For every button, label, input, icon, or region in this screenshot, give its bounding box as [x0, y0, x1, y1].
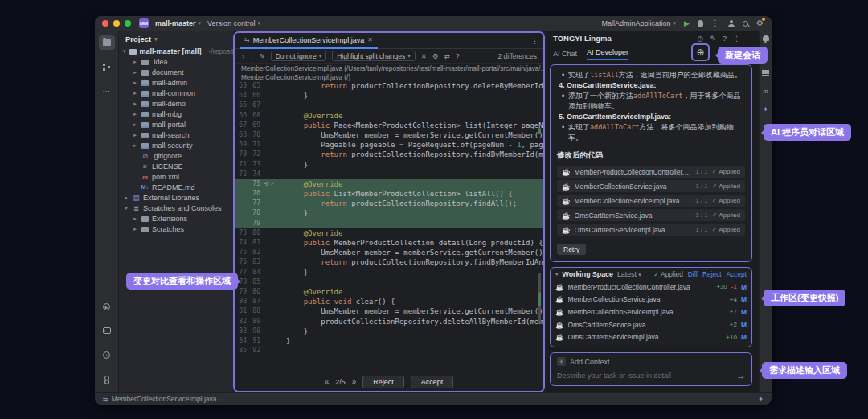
accept-change-icon[interactable]: ✓: [271, 180, 276, 187]
revert-change-icon[interactable]: ⟲: [264, 180, 271, 187]
workspace-file-row[interactable]: ☕OmsCartItemServiceImpl.java+10M: [551, 331, 751, 343]
tree-chevron-icon[interactable]: ▸: [132, 132, 138, 138]
add-context-button[interactable]: + Add Context: [557, 357, 745, 366]
database-tool-icon[interactable]: [762, 70, 769, 76]
help-icon[interactable]: ?: [723, 35, 727, 43]
lingma-tool-icon[interactable]: ✦: [763, 105, 769, 113]
workspace-file-row[interactable]: ☕OmsCartItemService.java+2M: [551, 318, 751, 331]
maven-tool-icon[interactable]: m: [763, 87, 768, 95]
debug-button-icon[interactable]: [698, 20, 703, 27]
chat-file-row[interactable]: ☕OmsCartItemServiceImpl.java1 / 1✓ Appli…: [557, 224, 745, 236]
reject-button[interactable]: Reject: [362, 376, 404, 388]
run-configuration-selector[interactable]: MallAdminApplication▾: [602, 19, 677, 27]
tab-ai-chat[interactable]: AI Chat: [553, 50, 577, 58]
tree-item[interactable]: ▸mall-admin: [119, 77, 233, 88]
ignore-policy-dropdown[interactable]: Do not ignore▾: [271, 51, 327, 61]
next-difference-icon[interactable]: ↓: [250, 52, 253, 60]
workspace-file-row[interactable]: ☕MemberProductCollectionController.java+…: [551, 281, 751, 294]
tree-chevron-icon[interactable]: ▸: [132, 101, 138, 107]
more-actions-icon[interactable]: ⋮: [711, 19, 719, 27]
tree-item[interactable]: ≡LICENSE: [119, 161, 233, 171]
tree-item[interactable]: ▸mall-security: [119, 140, 233, 150]
tree-chevron-icon[interactable]: ▸: [132, 216, 138, 222]
git-tool-button[interactable]: [99, 372, 115, 386]
workspace-file-row[interactable]: ☕MemberCollectionServiceImpl.java+7M: [551, 306, 751, 318]
new-session-button[interactable]: ⊕: [691, 43, 710, 61]
tree-chevron-icon[interactable]: ▸: [132, 121, 138, 128]
tree-chevron-icon[interactable]: ▸: [132, 142, 138, 149]
send-icon[interactable]: →: [736, 371, 745, 380]
version-control-menu[interactable]: Version control▾: [207, 19, 260, 27]
editor-tab[interactable]: ⇆ MemberCollectionServiceImpl.java ✕: [240, 33, 378, 49]
tree-item[interactable]: ▾mall-master [mall]~/repositories: [119, 46, 233, 56]
highlight-policy-dropdown[interactable]: Highlight split changes▾: [332, 51, 416, 61]
accept-button[interactable]: Accept: [411, 376, 454, 388]
chat-file-row[interactable]: ☕MemberCollectionServiceImpl.java1 / 1✓ …: [557, 195, 745, 207]
tree-item[interactable]: ▸▤External Libraries: [119, 192, 233, 203]
more-tools-button[interactable]: ⋯: [99, 84, 115, 98]
more-options-icon[interactable]: ⋮: [733, 35, 740, 43]
history-icon[interactable]: ◷: [698, 35, 704, 43]
collapse-icon[interactable]: ✕: [421, 52, 427, 60]
tree-item[interactable]: ▸mall-portal: [119, 119, 233, 129]
notifications-icon[interactable]: [763, 35, 769, 41]
tree-chevron-icon[interactable]: ▾: [123, 205, 129, 212]
accept-link[interactable]: Accept: [727, 270, 747, 278]
diff-settings-gear-icon[interactable]: ⚙: [432, 52, 439, 60]
project-panel-header[interactable]: Project▾: [119, 31, 233, 46]
window-controls[interactable]: [102, 20, 131, 27]
project-tool-button[interactable]: [99, 35, 115, 50]
problems-tool-button[interactable]: !: [99, 347, 115, 362]
help-icon[interactable]: ?: [456, 52, 460, 60]
task-input-placeholder[interactable]: Describe your task or issue in detail: [557, 372, 671, 380]
minimize-window-button[interactable]: [113, 20, 120, 27]
minimize-panel-icon[interactable]: —: [747, 35, 754, 43]
tree-chevron-icon[interactable]: ▸: [132, 90, 138, 97]
edit-icon[interactable]: ✎: [260, 52, 265, 60]
workspace-file-row[interactable]: ☕MemberCollectionService.java+4M: [551, 294, 751, 306]
tree-item[interactable]: M↓README.md: [119, 182, 233, 192]
tree-chevron-icon[interactable]: ▾: [123, 48, 126, 55]
prev-change-button[interactable]: «: [325, 377, 330, 386]
tree-item[interactable]: ▾≣Scratches and Consoles: [119, 203, 233, 213]
tree-item[interactable]: ▸mall-mbg: [119, 109, 233, 119]
tree-chevron-icon[interactable]: ▸: [132, 226, 138, 232]
swap-sides-icon[interactable]: ⇄: [444, 52, 450, 60]
tree-chevron-icon[interactable]: ▸: [132, 80, 138, 86]
tree-item[interactable]: mpom.xml: [119, 171, 233, 182]
maximize-window-button[interactable]: [125, 20, 131, 27]
settings-gear-icon[interactable]: ⚙: [756, 19, 764, 27]
tree-item[interactable]: ▸mall-demo: [119, 98, 233, 109]
close-tab-icon[interactable]: ✕: [367, 36, 373, 43]
tab-options-icon[interactable]: ⋮: [531, 37, 538, 45]
tree-item[interactable]: ▸mall-search: [119, 129, 233, 140]
prev-difference-icon[interactable]: ↑: [241, 52, 244, 60]
tree-item[interactable]: ▸Scratches: [119, 224, 233, 234]
lingma-status-icon[interactable]: ✦: [758, 395, 764, 403]
chat-file-row[interactable]: ☕MemberCollectionService.java1 / 1✓ Appl…: [557, 180, 745, 192]
project-switcher[interactable]: mall-master▾: [155, 19, 201, 27]
tree-item[interactable]: ▸document: [119, 67, 233, 77]
chat-file-row[interactable]: ☕OmsCartItemService.java1 / 1✓ Applied: [557, 209, 745, 221]
chevron-down-icon[interactable]: ▾: [555, 271, 559, 277]
search-everywhere-icon[interactable]: [743, 21, 748, 27]
tree-chevron-icon[interactable]: ▸: [132, 69, 138, 76]
close-window-button[interactable]: [102, 20, 108, 27]
tree-item[interactable]: ▸.idea: [119, 56, 233, 67]
diff-link[interactable]: Diff: [688, 270, 698, 278]
snapshot-dropdown[interactable]: Latest ▾: [617, 270, 641, 278]
reject-link[interactable]: Reject: [702, 270, 722, 278]
run-button-icon[interactable]: ▶: [684, 20, 690, 27]
terminal-tool-button[interactable]: >_: [99, 323, 115, 338]
tab-ai-developer[interactable]: AI Developer: [587, 48, 628, 60]
next-change-button[interactable]: »: [352, 377, 357, 386]
tree-chevron-icon[interactable]: ▸: [132, 59, 138, 65]
retry-button[interactable]: Retry: [557, 244, 586, 255]
tree-chevron-icon[interactable]: ▸: [132, 111, 138, 117]
new-chat-icon[interactable]: ✎: [710, 35, 716, 43]
tree-item[interactable]: ▸mall-common: [119, 88, 233, 98]
tree-chevron-icon[interactable]: ▸: [123, 195, 129, 201]
tree-item[interactable]: ⊘.gitignore: [119, 150, 233, 161]
code-with-me-icon[interactable]: [727, 20, 735, 27]
chat-file-row[interactable]: ☕MemberProductCollectionController.java1…: [557, 166, 745, 178]
